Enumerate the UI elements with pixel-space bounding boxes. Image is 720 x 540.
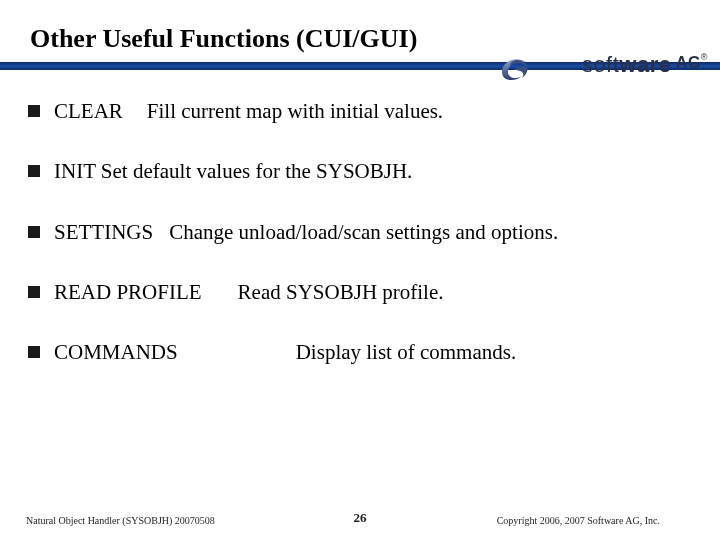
item-desc: Display list of commands. [296, 339, 516, 365]
list-item: INIT Set default values for the SYSOBJH. [28, 158, 688, 184]
item-label: COMMANDS [54, 339, 178, 365]
item-desc: Fill current map with initial values. [147, 98, 443, 124]
square-bullet-icon [28, 105, 40, 117]
item-desc: Read SYSOBJH profile. [238, 279, 444, 305]
item-text: INIT Set default values for the SYSOBJH. [54, 158, 412, 184]
logo-reg: ® [701, 52, 708, 62]
list-item: SETTINGSChange unload/load/scan settings… [28, 219, 688, 245]
item-desc: Set default values for the SYSOBJH. [101, 159, 412, 183]
list-item: READ PROFILERead SYSOBJH profile. [28, 279, 688, 305]
logo-soft: soft [582, 52, 619, 77]
list-item: CLEARFill current map with initial value… [28, 98, 688, 124]
item-label: READ PROFILE [54, 279, 202, 305]
bullet-list: CLEARFill current map with initial value… [28, 98, 688, 399]
logo-ag: AG [672, 54, 701, 71]
list-item: COMMANDSDisplay list of commands. [28, 339, 688, 365]
item-desc: Change unload/load/scan settings and opt… [169, 219, 558, 245]
logo-ware: ware [619, 52, 671, 77]
footer-copyright: Copyright 2006, 2007 Software AG, Inc. [497, 515, 660, 526]
item-label: INIT [54, 159, 101, 183]
software-ag-logo: software AG® [498, 50, 708, 88]
square-bullet-icon [28, 286, 40, 298]
logo-swirl-icon [498, 52, 534, 82]
item-label: SETTINGS [54, 219, 153, 245]
square-bullet-icon [28, 165, 40, 177]
slide: Other Useful Functions (CUI/GUI) softwar… [0, 0, 720, 540]
logo-text: software AG® [582, 52, 708, 78]
square-bullet-icon [28, 346, 40, 358]
square-bullet-icon [28, 226, 40, 238]
item-label: CLEAR [54, 98, 123, 124]
page-title: Other Useful Functions (CUI/GUI) [30, 24, 417, 54]
